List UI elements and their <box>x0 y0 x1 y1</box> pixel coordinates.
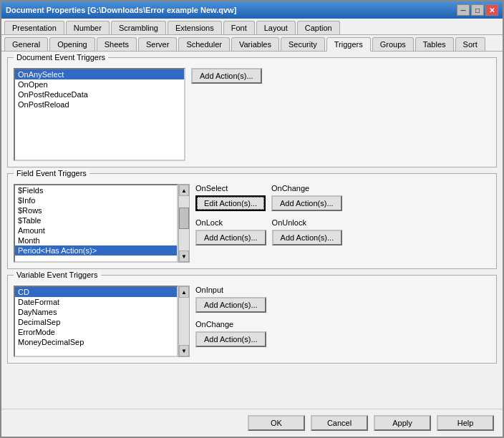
field-edit-action-button[interactable]: Edit Action(s)... <box>195 195 266 211</box>
apply-button[interactable]: Apply <box>374 415 431 431</box>
list-item[interactable]: CD <box>15 287 177 297</box>
tab-general[interactable]: General <box>4 37 48 51</box>
doc-event-triggers-group: Document Event Triggers OnAnySelect OnOp… <box>7 57 497 167</box>
field-action-row-bottom: OnLock Add Action(s)... OnUnlock Add Act… <box>195 218 342 245</box>
doc-add-action-button[interactable]: Add Action(s)... <box>191 68 262 84</box>
tab-triggers[interactable]: Triggers <box>326 37 371 52</box>
tab-scrambling[interactable]: Scrambling <box>111 21 166 34</box>
var-triggers-row: CD DateFormat DayNames DecimalSep ErrorM… <box>14 286 490 357</box>
tab-extensions[interactable]: Extensions <box>168 21 222 34</box>
title-controls: ─ □ ✕ <box>457 4 498 16</box>
tab-opening[interactable]: Opening <box>49 37 95 51</box>
main-window: Document Properties [G:\Downloads\Error … <box>0 0 504 438</box>
var-scroll-down-arrow[interactable]: ▼ <box>179 345 189 356</box>
var-on-change-col: OnChange Add Action(s)... <box>195 320 266 347</box>
list-item[interactable]: OnAnySelect <box>15 69 184 79</box>
tab-sheets[interactable]: Sheets <box>97 37 137 51</box>
tab-security[interactable]: Security <box>281 37 325 51</box>
scroll-up-arrow[interactable]: ▲ <box>179 185 189 196</box>
main-content: Document Event Triggers OnAnySelect OnOp… <box>1 52 503 409</box>
list-item[interactable]: OnPostReload <box>15 99 184 110</box>
var-on-change-label: OnChange <box>195 320 266 328</box>
field-triggers-listbox[interactable]: $Fields $Info $Rows $Table Amount Month … <box>14 184 178 263</box>
doc-triggers-row: OnAnySelect OnOpen OnPostReduceData OnPo… <box>14 68 490 161</box>
tab-caption[interactable]: Caption <box>297 21 340 34</box>
maximize-button[interactable]: □ <box>471 4 484 16</box>
tab-groups[interactable]: Groups <box>372 37 414 51</box>
on-select-col: OnSelect Edit Action(s)... <box>195 184 266 211</box>
on-lock-label: OnLock <box>195 218 266 227</box>
list-item[interactable]: OnOpen <box>15 79 184 89</box>
list-item-has-action[interactable]: Period<Has Action(s)> <box>15 245 177 256</box>
var-add-action-button-1[interactable]: Add Action(s)... <box>195 297 266 313</box>
tab-layout[interactable]: Layout <box>256 21 296 34</box>
on-change-col: OnChange Add Action(s)... <box>271 184 342 211</box>
on-unlock-label: OnUnlock <box>272 218 343 227</box>
cancel-button[interactable]: Cancel <box>311 415 368 431</box>
field-actions-panel: OnSelect Edit Action(s)... OnChange Add … <box>195 184 342 263</box>
tab-row-2: General Opening Sheets Server Scheduler … <box>1 35 503 52</box>
on-change-label: OnChange <box>271 184 342 193</box>
list-item[interactable]: Amount <box>15 225 177 235</box>
on-select-label: OnSelect <box>195 184 266 193</box>
var-actions-panel: OnInput Add Action(s)... OnChange Add Ac… <box>195 286 266 357</box>
scroll-down-arrow[interactable]: ▼ <box>179 250 189 262</box>
doc-triggers-listbox[interactable]: OnAnySelect OnOpen OnPostReduceData OnPo… <box>14 68 185 161</box>
tab-font[interactable]: Font <box>223 21 255 34</box>
list-item[interactable]: OnPostReduceData <box>15 89 184 99</box>
list-item[interactable]: Month <box>15 235 177 245</box>
var-triggers-listbox[interactable]: CD DateFormat DayNames DecimalSep ErrorM… <box>14 286 178 357</box>
window-title: Document Properties [G:\Downloads\Error … <box>6 6 236 14</box>
list-item[interactable]: DecimalSep <box>15 317 177 327</box>
field-add-action-button-3[interactable]: Add Action(s)... <box>272 230 343 245</box>
field-triggers-row: $Fields $Info $Rows $Table Amount Month … <box>14 184 490 263</box>
scroll-thumb[interactable] <box>179 208 189 229</box>
field-add-action-button-1[interactable]: Add Action(s)... <box>271 195 342 211</box>
list-item[interactable]: ErrorMode <box>15 327 177 337</box>
close-button[interactable]: ✕ <box>485 4 498 16</box>
tab-scheduler[interactable]: Scheduler <box>178 37 230 51</box>
minimize-button[interactable]: ─ <box>457 4 470 16</box>
tab-server[interactable]: Server <box>138 37 177 51</box>
list-item[interactable]: MoneyDecimalSep <box>15 337 177 347</box>
tab-number[interactable]: Number <box>66 21 110 34</box>
tab-tables[interactable]: Tables <box>415 37 454 51</box>
list-item[interactable]: $Fields <box>15 185 177 195</box>
var-listbox-scrollbar[interactable]: ▲ ▼ <box>178 286 190 357</box>
list-item[interactable]: $Table <box>15 215 177 225</box>
var-on-input-col: OnInput Add Action(s)... <box>195 286 266 313</box>
doc-event-triggers-label: Document Event Triggers <box>14 53 108 62</box>
tab-row-1: Presentation Number Scrambling Extension… <box>1 19 503 35</box>
field-add-action-button-2[interactable]: Add Action(s)... <box>195 230 266 245</box>
help-button[interactable]: Help <box>437 415 494 431</box>
list-item[interactable]: DateFormat <box>15 297 177 307</box>
field-action-row-top: OnSelect Edit Action(s)... OnChange Add … <box>195 184 342 211</box>
on-lock-col: OnLock Add Action(s)... <box>195 218 266 245</box>
list-item[interactable]: $Rows <box>15 205 177 215</box>
field-event-triggers-group: Field Event Triggers $Fields $Info $Rows… <box>7 173 497 269</box>
footer: OK Cancel Apply Help <box>1 409 503 437</box>
list-item[interactable]: DayNames <box>15 307 177 317</box>
list-item[interactable]: $Info <box>15 195 177 205</box>
var-add-action-button-2[interactable]: Add Action(s)... <box>195 331 266 347</box>
field-event-triggers-label: Field Event Triggers <box>14 169 89 177</box>
var-scroll-up-arrow[interactable]: ▲ <box>179 286 189 298</box>
tab-sort[interactable]: Sort <box>455 37 485 51</box>
var-event-triggers-label: Variable Event Triggers <box>14 271 101 279</box>
tab-variables[interactable]: Variables <box>231 37 279 51</box>
tab-presentation[interactable]: Presentation <box>4 21 64 34</box>
on-unlock-col: OnUnlock Add Action(s)... <box>272 218 343 245</box>
ok-button[interactable]: OK <box>248 415 305 431</box>
var-event-triggers-group: Variable Event Triggers CD DateFormat Da… <box>7 275 497 364</box>
title-bar: Document Properties [G:\Downloads\Error … <box>1 1 503 19</box>
field-listbox-scrollbar[interactable]: ▲ ▼ <box>178 184 190 263</box>
var-on-input-label: OnInput <box>195 286 266 294</box>
